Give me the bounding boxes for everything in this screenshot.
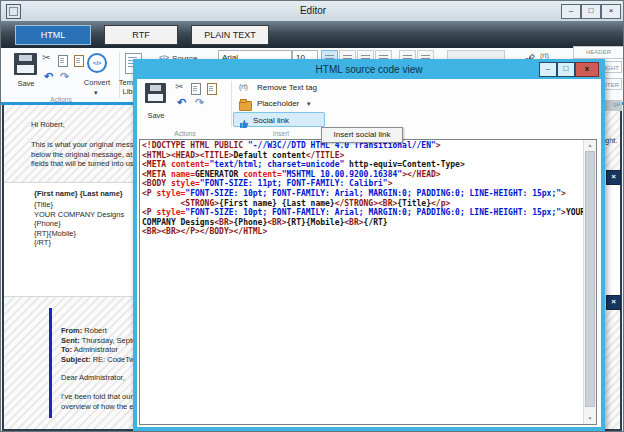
remove-text-tag-label: Remove Text tag	[257, 83, 317, 92]
save-label: Save	[13, 79, 39, 88]
dialog-save-label: Save	[143, 111, 169, 120]
scroll-thumb[interactable]	[585, 151, 595, 407]
dialog-save-button[interactable]: Save	[143, 83, 169, 127]
convert-button[interactable]: </> Convert ▾	[79, 52, 115, 100]
close-button[interactable]: ×	[601, 4, 621, 19]
quote-from-label: From:	[61, 326, 82, 335]
scroll-down-icon[interactable]: ▼	[584, 413, 596, 424]
code-content[interactable]: <!DOCTYPE HTML PUBLIC "-//W3C//DTD HTML …	[142, 141, 583, 424]
signature-title: {Title}	[34, 200, 53, 209]
section-close-button-2[interactable]: ×	[606, 295, 621, 310]
quote-to-label: To:	[61, 345, 72, 354]
dialog-close-button[interactable]: x	[575, 62, 599, 77]
maximize-button[interactable]: □	[581, 4, 601, 19]
quote-subject-label: Subject:	[61, 355, 91, 364]
editor-window: Editor – □ × HTML RTF PLAIN TEXT Save ✂ …	[0, 0, 624, 432]
ribbon-save-button[interactable]: Save	[13, 53, 39, 89]
quote-from-value: Robert	[82, 326, 107, 335]
placeholder-item[interactable]: Placeholder ▾	[235, 97, 345, 110]
signature-phone: {Phone}	[34, 219, 61, 228]
dialog-redo-icon[interactable]: ↷	[195, 96, 204, 109]
source-code-editor[interactable]: <!DOCTYPE HTML PUBLIC "-//W3C//DTD HTML …	[139, 139, 597, 425]
intro-line-1: This is what your original messa	[31, 140, 138, 149]
window-title: Editor	[1, 5, 624, 16]
dialog-title-bar: HTML source code view – □ x	[137, 63, 601, 79]
intro-right-fragment: ght.	[605, 136, 618, 145]
signature-company: YOUR COMPANY Designs	[34, 210, 124, 219]
html-source-dialog: HTML source code view – □ x Save ✂ ↶ ↷ (…	[133, 59, 605, 431]
copy-icon[interactable]	[58, 55, 68, 67]
placeholder-dropdown-icon: ▾	[307, 100, 311, 108]
code-scrollbar[interactable]: ▲ ▼	[583, 140, 596, 424]
dialog-title: HTML source code view	[137, 64, 601, 75]
redo-icon[interactable]: ↷	[60, 70, 69, 83]
tab-html[interactable]: HTML	[15, 25, 91, 45]
cut-icon[interactable]: ✂	[42, 52, 50, 63]
insert-social-link-tooltip: Insert social link	[321, 127, 403, 143]
intro-line-3: fields that will be turned into use	[31, 159, 138, 168]
convert-icon: </>	[87, 53, 107, 73]
placeholder-folder-icon	[239, 101, 252, 111]
gallery-header-box[interactable]: HEADER	[573, 46, 624, 59]
save-icon	[14, 53, 37, 75]
format-tab-band: HTML RTF PLAIN TEXT	[1, 21, 624, 48]
rt-tag-icon: (rt)	[239, 83, 248, 90]
dialog-save-icon	[145, 83, 166, 103]
signature-rt-close: {/RT}	[34, 238, 51, 247]
quote-to-value: Administrator	[72, 345, 118, 354]
dialog-insert-group-label: Insert	[235, 130, 327, 137]
dialog-paste-icon[interactable]	[207, 83, 217, 95]
section-close-button-1[interactable]: ×	[606, 170, 621, 185]
convert-label: Convert	[79, 78, 115, 87]
dialog-minimize-button[interactable]: –	[539, 62, 557, 77]
remove-text-tag-ribbon-button[interactable]: (rt)	[540, 52, 549, 59]
tab-rtf[interactable]: RTF	[104, 25, 178, 45]
dialog-cut-icon[interactable]: ✂	[175, 81, 183, 92]
dialog-actions-group-label: Actions	[143, 130, 227, 137]
signature-rt-mobile: {RT}{Mobile}	[34, 229, 76, 238]
quote-bar	[49, 308, 52, 418]
dialog-group-separator	[231, 81, 232, 127]
scroll-up-icon[interactable]: ▲	[584, 140, 596, 151]
dialog-undo-icon[interactable]: ↶	[177, 96, 186, 109]
dialog-copy-icon[interactable]	[191, 83, 201, 95]
minimize-button[interactable]: –	[561, 4, 581, 19]
tab-plain-text[interactable]: PLAIN TEXT	[191, 25, 269, 45]
quote-to: To: Administrator	[61, 345, 118, 354]
signature-name: {First name} {Last name}	[34, 189, 123, 198]
remove-text-tag-item[interactable]: (rt) Remove Text tag	[235, 81, 345, 94]
quote-sent-label: Sent:	[61, 336, 80, 345]
dialog-maximize-button[interactable]: □	[557, 62, 575, 77]
quote-from: From: Robert	[61, 326, 107, 335]
social-link-item[interactable]: Social link	[233, 112, 325, 127]
intro-line-2: below the original message, at t	[31, 150, 136, 159]
social-link-label: Social link	[253, 116, 289, 125]
greeting-text: Hi Robert,	[31, 120, 65, 129]
title-bar: Editor – □ ×	[1, 1, 624, 22]
quote-salutation: Dear Administrator,	[61, 373, 125, 382]
placeholder-label: Placeholder	[257, 99, 299, 108]
undo-icon[interactable]: ↶	[44, 70, 53, 83]
